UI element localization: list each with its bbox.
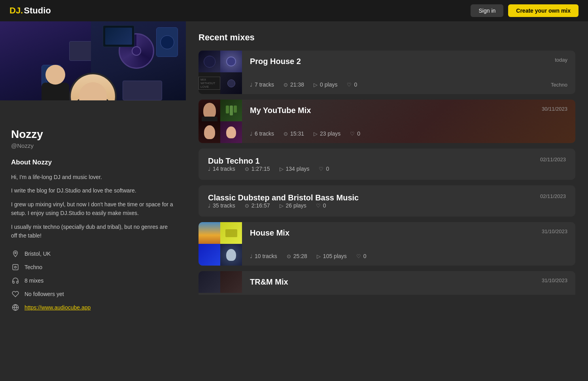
likes-text-yt: 0 (357, 130, 360, 137)
headphones-icon (11, 276, 20, 285)
mix-stats: ♩ 7 tracks ⊙ 21:38 ▷ 0 plays ♡ (250, 81, 567, 88)
mix-thumb-hm2 (220, 222, 242, 244)
clock-icon-dt: ⊙ (245, 166, 249, 172)
mix-likes-cdb: ♡ 0 (316, 202, 326, 209)
mix-likes-dt: ♡ 0 (319, 166, 329, 172)
about-text-4: I usually mix techno (specially dub and … (11, 223, 175, 240)
mix-tracks-cdb: ♩ 35 tracks (208, 202, 235, 209)
plays-text-cdb: 26 plays (286, 202, 306, 209)
heart-outline-icon-cdb: ♡ (316, 203, 321, 209)
mix-thumbnails-yt (199, 100, 242, 143)
mix-duration-dt: ⊙ 1:27:15 (245, 166, 270, 172)
duration-text-yt: 15:31 (290, 130, 304, 137)
mix-card-youtube[interactable]: My YouTube Mix 30/11/2023 ♩ 6 tracks ⊙ 1… (199, 100, 575, 143)
play-icon-cdb: ▷ (280, 203, 284, 209)
music-icon-yt: ♩ (250, 131, 252, 137)
mix-stats-dt: ♩ 14 tracks ⊙ 1:27:15 ▷ 134 plays ♡ (208, 166, 566, 172)
mix-date-partial: 31/10/2023 (542, 277, 567, 283)
website-link[interactable]: https://www.audiocube.app (25, 304, 91, 311)
meta-website[interactable]: https://www.audiocube.app (11, 303, 175, 312)
mix-info-dt: Dub Techno 1 02/11/2023 ♩ 14 tracks ⊙ 1:… (199, 149, 575, 180)
about-text-1: Hi, I'm a life-long DJ and music lover. (11, 173, 175, 181)
mix-card-inner-partial: TR&M Mix 31/10/2023 (199, 271, 575, 295)
mix-card-inner-hm: House Mix 31/10/2023 ♩ 10 tracks ⊙ 25:28 (199, 222, 575, 266)
duration-text-dt: 1:27:15 (251, 166, 270, 172)
mix-genre: Techno (551, 82, 567, 88)
mix-title-partial: TR&M Mix (250, 277, 288, 287)
mix-title-yt: My YouTube Mix (250, 106, 311, 115)
mix-card-prog-house-2[interactable]: MIX WITHOUT LOVE Prog House 2 today (199, 51, 575, 94)
mix-likes-yt: ♡ 0 (350, 130, 360, 137)
meta-mixes: 8 mixes (11, 276, 175, 285)
mix-duration-hm: ⊙ 25:28 (287, 253, 307, 259)
mix-tracks-hm: ♩ 10 tracks (250, 253, 277, 259)
mix-plays-yt: ▷ 23 plays (314, 130, 340, 137)
music-icon-hm: ♩ (250, 253, 252, 259)
signin-button[interactable]: Sign in (471, 4, 503, 17)
profile-banner (0, 21, 186, 100)
mix-thumb-hm1 (199, 222, 220, 244)
plays-text-hm: 105 plays (323, 253, 347, 259)
mix-info-partial: TR&M Mix 31/10/2023 (242, 271, 575, 295)
about-text-3: I grew up mixing vinyl, but now I don't … (11, 200, 175, 218)
clock-icon-yt: ⊙ (284, 131, 288, 137)
face-head (79, 82, 107, 100)
mix-duration-cdb: ⊙ 2:16:57 (245, 202, 270, 209)
location-text: Bristol, UK (25, 251, 51, 257)
mix-card-inner-cdb: Classic Dubstep and Bristol Bass Music 0… (199, 185, 575, 217)
mix-tracks-dt: ♩ 14 tracks (208, 166, 235, 172)
likes-text-dt: 0 (326, 166, 329, 172)
likes-text: 0 (354, 81, 357, 88)
play-icon-hm: ▷ (317, 253, 321, 259)
plays-text: 0 plays (320, 81, 337, 88)
header: DJ. Studio Sign in Create your own mix (0, 0, 588, 21)
logo-studio: Studio (24, 6, 51, 16)
svg-point-2 (15, 266, 17, 268)
tracks-text-hm: 10 tracks (255, 253, 277, 259)
mix-title-dt: Dub Techno 1 (208, 157, 260, 166)
heart-outline-icon: ♡ (347, 82, 352, 88)
mix-stats-cdb: ♩ 35 tracks ⊙ 2:16:57 ▷ 26 plays ♡ (208, 202, 566, 209)
mix-card-partial[interactable]: TR&M Mix 31/10/2023 (199, 271, 575, 295)
mix-thumb-yt3 (199, 121, 220, 143)
mix-thumb-3: MIX WITHOUT LOVE (199, 72, 220, 94)
tracks-text-cdb: 35 tracks (213, 202, 235, 209)
mix-card-dub-techno[interactable]: Dub Techno 1 02/11/2023 ♩ 14 tracks ⊙ 1:… (199, 149, 575, 180)
content-area: Recent mixes (186, 21, 588, 381)
svg-point-0 (15, 252, 16, 254)
duration-text-cdb: 2:16:57 (251, 202, 270, 209)
mix-info-cdb: Classic Dubstep and Bristol Bass Music 0… (199, 185, 575, 217)
clock-icon-hm: ⊙ (287, 253, 291, 259)
mix-date-cdb: 02/11/2023 (540, 193, 566, 199)
mix-date-dt: 02/11/2023 (540, 157, 566, 162)
music-icon: ♩ (250, 82, 252, 88)
mix-header: Prog House 2 today (250, 57, 567, 66)
followers-text: No followers yet (25, 291, 64, 297)
tracks-text: 7 tracks (255, 81, 274, 88)
sidebar: Nozzy @Nozzy About Nozzy Hi, I'm a life-… (0, 21, 186, 381)
mix-thumb-yt4 (220, 121, 242, 143)
mix-stats-hm: ♩ 10 tracks ⊙ 25:28 ▷ 105 plays ♡ (250, 253, 567, 259)
mix-header-hm: House Mix 31/10/2023 (250, 228, 567, 238)
mix-title-cdb: Classic Dubstep and Bristol Bass Music (208, 193, 359, 202)
heart-outline-icon-hm: ♡ (356, 253, 361, 259)
meta-location: Bristol, UK (11, 249, 175, 258)
mix-plays-cdb: ▷ 26 plays (280, 202, 306, 209)
mix-card-dubstep[interactable]: Classic Dubstep and Bristol Bass Music 0… (199, 185, 575, 217)
mix-thumb-hm3 (199, 244, 220, 266)
mix-likes-hm: ♡ 0 (356, 253, 367, 259)
mix-card-house-mix[interactable]: House Mix 31/10/2023 ♩ 10 tracks ⊙ 25:28 (199, 222, 575, 266)
mix-card-inner: MIX WITHOUT LOVE Prog House 2 today (199, 51, 575, 94)
profile-meta: Bristol, UK Techno (11, 249, 175, 312)
mixes-text: 8 mixes (25, 277, 43, 284)
mix-header-dt: Dub Techno 1 02/11/2023 (208, 157, 566, 166)
mix-header-partial: TR&M Mix 31/10/2023 (250, 277, 567, 287)
heart-outline-icon-yt: ♡ (350, 131, 355, 137)
play-icon-dt: ▷ (280, 166, 284, 172)
create-mix-button[interactable]: Create your own mix (508, 4, 579, 17)
header-actions: Sign in Create your own mix (471, 4, 579, 17)
genre-icon (11, 263, 20, 272)
about-text-2: I write the blog for DJ.Studio and love … (11, 186, 175, 195)
play-icon-yt: ▷ (314, 131, 318, 137)
svg-rect-1 (13, 265, 18, 270)
